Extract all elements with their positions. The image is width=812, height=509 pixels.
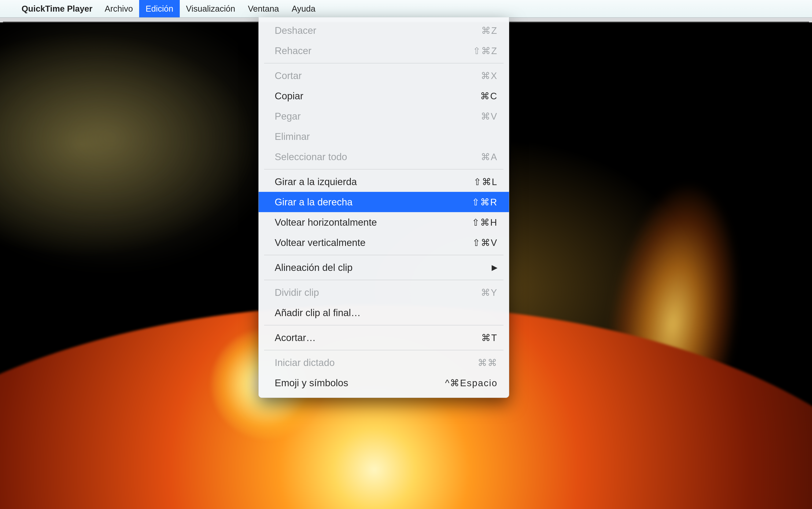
menu-item-shortcut: ⌘V [481, 111, 498, 122]
menu-item-emoji[interactable]: Emoji y símbolos ^⌘Espacio [259, 373, 509, 393]
menu-item-label: Deshacer [275, 25, 316, 36]
menu-item-shortcut: ⌘Z [481, 25, 498, 36]
menubar: QuickTime Player Archivo Edición Visuali… [0, 0, 812, 18]
menu-item-voltear-horizontal[interactable]: Voltear horizontalmente ⇧⌘H [259, 212, 509, 232]
submenu-arrow-icon: ▶ [492, 263, 498, 272]
menu-item-shortcut: ⌘C [480, 91, 498, 101]
menu-separator [264, 325, 503, 326]
menu-item-shortcut: ^⌘Espacio [445, 378, 498, 388]
menu-item-cortar: Cortar ⌘X [259, 66, 509, 86]
menu-item-shortcut: ⇧⌘H [472, 217, 498, 228]
menu-separator [264, 255, 503, 255]
menu-item-label: Girar a la izquierda [275, 176, 357, 188]
menu-item-girar-izquierda[interactable]: Girar a la izquierda ⇧⌘L [259, 172, 509, 192]
menu-separator [264, 350, 503, 350]
menu-item-shortcut: ⌘X [481, 70, 498, 81]
menu-item-label: Alineación del clip [275, 262, 352, 273]
menu-item-dividir-clip: Dividir clip ⌘Y [259, 282, 509, 303]
menu-item-label: Voltear horizontalmente [275, 216, 377, 228]
menu-edicion[interactable]: Edición [139, 0, 180, 17]
menu-item-shortcut: ⌘⌘ [478, 357, 498, 368]
menu-item-girar-derecha[interactable]: Girar a la derecha ⇧⌘R [259, 192, 509, 212]
menu-item-shortcut: ⇧⌘R [472, 197, 498, 207]
menu-item-acortar[interactable]: Acortar… ⌘T [259, 328, 509, 348]
menu-item-shortcut: ⌘Y [481, 287, 498, 298]
menu-item-label: Añadir clip al final… [275, 307, 361, 318]
menu-item-pegar: Pegar ⌘V [259, 106, 509, 126]
menu-separator [264, 63, 503, 63]
menu-separator [264, 169, 503, 169]
menu-item-shortcut: ⇧⌘Z [473, 45, 498, 56]
menu-item-eliminar: Eliminar [259, 126, 509, 147]
menu-item-label: Voltear verticalmente [275, 237, 366, 248]
menu-item-label: Copiar [275, 90, 304, 102]
menu-item-seleccionar-todo: Seleccionar todo ⌘A [259, 147, 509, 167]
app-name[interactable]: QuickTime Player [15, 0, 98, 17]
menu-item-label: Seleccionar todo [275, 151, 347, 163]
menu-item-label: Girar a la derecha [275, 196, 352, 208]
menu-item-anadir-clip[interactable]: Añadir clip al final… [259, 303, 509, 323]
menu-item-label: Emoji y símbolos [275, 377, 348, 388]
menu-item-label: Acortar… [275, 332, 316, 343]
menu-item-rehacer: Rehacer ⇧⌘Z [259, 41, 509, 61]
menu-item-shortcut: ⇧⌘V [472, 237, 498, 248]
menu-item-copiar[interactable]: Copiar ⌘C [259, 86, 509, 106]
menu-item-shortcut: ⌘A [481, 151, 498, 162]
menu-item-label: Cortar [275, 70, 302, 81]
menu-item-voltear-vertical[interactable]: Voltear verticalmente ⇧⌘V [259, 232, 509, 253]
menu-item-label: Iniciar dictado [275, 357, 335, 368]
menu-item-dictado: Iniciar dictado ⌘⌘ [259, 352, 509, 373]
menu-visualizacion[interactable]: Visualización [180, 0, 242, 17]
menu-item-shortcut: ⌘T [481, 332, 498, 343]
menu-item-label: Pegar [275, 110, 301, 122]
menu-archivo[interactable]: Archivo [98, 0, 139, 17]
menu-item-label: Rehacer [275, 45, 311, 57]
menu-item-alineacion-clip[interactable]: Alineación del clip ▶ [259, 257, 509, 278]
menu-separator [264, 280, 503, 280]
menu-item-shortcut: ⇧⌘L [473, 176, 498, 187]
menu-item-label: Dividir clip [275, 287, 319, 298]
menu-item-label: Eliminar [275, 131, 310, 142]
menu-item-deshacer: Deshacer ⌘Z [259, 20, 509, 41]
menu-ayuda[interactable]: Ayuda [285, 0, 322, 17]
menu-ventana[interactable]: Ventana [242, 0, 285, 17]
edit-menu-dropdown: Deshacer ⌘Z Rehacer ⇧⌘Z Cortar ⌘X Copiar… [258, 17, 509, 398]
